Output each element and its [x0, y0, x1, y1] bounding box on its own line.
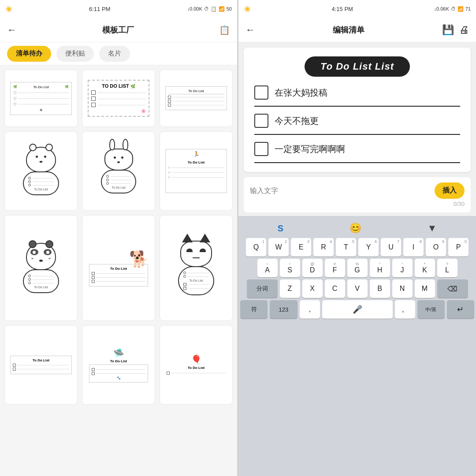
- keyboard-area: S 😊 ▼ 1Q 2W 3E 4R 5T 6Y 7U 8I 9O 0P ~A !…: [238, 216, 476, 476]
- key-d[interactable]: @D: [302, 259, 323, 277]
- key-m[interactable]: M: [415, 279, 435, 298]
- key-t[interactable]: 5T: [336, 238, 356, 257]
- tab-sticky[interactable]: 便利贴: [56, 46, 94, 62]
- key-w[interactable]: 2W: [268, 238, 289, 257]
- key-b[interactable]: B: [370, 279, 390, 298]
- template-card-10[interactable]: To Do List: [4, 325, 78, 405]
- preview-area: To Do List List 在张大妈投稿 今天不拖更 一定要写完啊啊啊: [244, 48, 471, 172]
- template-card-8[interactable]: 🐕 To Do List: [82, 215, 155, 321]
- back-button-right[interactable]: ←: [245, 24, 255, 36]
- template-icon: 📋: [219, 25, 230, 35]
- template-grid: 🌿 To Do List 🌿 ♡ ♡ ♡: [0, 65, 237, 476]
- sogou-icon[interactable]: S: [278, 223, 283, 234]
- key-fenci[interactable]: 分词: [247, 279, 278, 298]
- key-j[interactable]: "J: [392, 259, 413, 277]
- key-h[interactable]: "H: [370, 259, 390, 277]
- char-count: 0/30: [250, 201, 465, 207]
- key-fu[interactable]: 符: [240, 300, 268, 319]
- status-wifi-right: ☀️: [244, 6, 251, 12]
- keyboard-row-2: ~A !S @D #F %G "H "J *K ?L: [240, 259, 474, 277]
- page-title-left: 模板工厂: [102, 25, 134, 35]
- status-time-right: 4:15 PM: [332, 6, 353, 12]
- status-bar-right: ☀️ 4:15 PM ↓0.06K ⏱ 📶 71: [238, 0, 476, 18]
- keyboard-row-1: 1Q 2W 3E 4R 5T 6Y 7U 8I 9O 0P: [240, 238, 474, 257]
- template-card-7[interactable]: To Do List: [4, 215, 78, 321]
- template-card-6[interactable]: 🏃 To Do List ◇ ◇ ◇: [160, 131, 233, 211]
- checkbox-3[interactable]: [254, 142, 268, 156]
- key-zhongying[interactable]: 中/英: [417, 300, 445, 319]
- keyboard-toolbar: S 😊 ▼: [240, 219, 474, 238]
- template-card-3[interactable]: To Do List: [160, 70, 233, 127]
- left-panel: ☀️ 6:11 PM ↓0.00K ⏱ 📋 📶 50 ← 模板工厂 📋 清单待办…: [0, 0, 238, 476]
- key-o[interactable]: 9O: [426, 238, 446, 257]
- todo-text-2: 今天不拖更: [275, 115, 319, 127]
- template-card-2[interactable]: TO DO LIST 🌿 🌸: [82, 70, 155, 127]
- keyboard-down-icon[interactable]: ▼: [427, 223, 437, 234]
- input-area: 插入 0/30: [244, 177, 471, 212]
- insert-button[interactable]: 插入: [435, 182, 465, 199]
- nav-actions: 💾 🖨: [442, 24, 469, 36]
- key-e[interactable]: 3E: [291, 238, 311, 257]
- template-card-12[interactable]: 🎈 To Do List: [160, 325, 233, 405]
- template-card-1[interactable]: 🌿 To Do List 🌿 ♡ ♡ ♡: [4, 70, 78, 127]
- key-k[interactable]: *K: [415, 259, 435, 277]
- todo-text-1: 在张大妈投稿: [275, 87, 327, 99]
- emoji-icon[interactable]: 😊: [350, 223, 361, 234]
- back-button-left[interactable]: ←: [7, 24, 17, 36]
- checkbox-1[interactable]: [254, 86, 268, 100]
- key-z[interactable]: Z: [280, 279, 300, 298]
- key-r[interactable]: 4R: [313, 238, 334, 257]
- template-card-4[interactable]: To Do List: [4, 131, 78, 211]
- key-p[interactable]: 0P: [448, 238, 469, 257]
- keyboard-row-3: 分词 Z X C V B N M ⌫: [240, 279, 474, 298]
- key-c[interactable]: C: [325, 279, 345, 298]
- right-panel: ☀️ 4:15 PM ↓0.06K ⏱ 📶 71 ← 编辑清单 💾 🖨 To D…: [238, 0, 476, 476]
- key-enter[interactable]: ↵: [447, 300, 474, 319]
- template-card-5[interactable]: To Do List: [82, 131, 155, 211]
- key-a[interactable]: ~A: [257, 259, 278, 277]
- template-card-11[interactable]: 🛸 To Do List 🐾: [82, 325, 155, 405]
- top-nav-left: ← 模板工厂 📋: [0, 18, 237, 42]
- key-q[interactable]: 1Q: [246, 238, 266, 257]
- key-i[interactable]: 8I: [403, 238, 424, 257]
- status-wifi-icon: ☀️: [5, 6, 12, 12]
- status-icons-right: ↓0.06K ⏱ 📶 71: [434, 6, 471, 12]
- tab-checklist[interactable]: 清单待办: [7, 46, 51, 62]
- key-g[interactable]: %G: [347, 259, 368, 277]
- checkbox-2[interactable]: [254, 114, 268, 128]
- key-y[interactable]: 6Y: [358, 238, 379, 257]
- key-v[interactable]: V: [347, 279, 368, 298]
- key-u[interactable]: 7U: [381, 238, 401, 257]
- todo-text-3: 一定要写完啊啊啊: [275, 143, 345, 155]
- key-f[interactable]: #F: [325, 259, 345, 277]
- status-icons-left: ↓0.00K ⏱ 📋 📶 50: [187, 6, 232, 12]
- key-n[interactable]: N: [392, 279, 413, 298]
- top-nav-right: ← 编辑清单 💾 🖨: [238, 18, 476, 42]
- key-backspace[interactable]: ⌫: [437, 279, 468, 298]
- text-input[interactable]: [250, 187, 430, 195]
- template-card-9[interactable]: To Do List: [160, 215, 233, 321]
- key-l[interactable]: ?L: [437, 259, 457, 277]
- key-comma[interactable]: ，: [300, 300, 320, 319]
- tabs-bar: 清单待办 便利贴 名片: [0, 42, 237, 65]
- key-s[interactable]: !S: [280, 259, 300, 277]
- key-123[interactable]: 123: [270, 300, 297, 319]
- page-title-right: 编辑清单: [333, 25, 364, 35]
- print-icon[interactable]: 🖨: [459, 24, 469, 36]
- save-icon[interactable]: 💾: [442, 24, 454, 36]
- status-time-left: 6:11 PM: [89, 6, 110, 12]
- key-period[interactable]: 。: [395, 300, 415, 319]
- todo-title-badge: To Do List List: [305, 56, 410, 77]
- todo-item-1[interactable]: 在张大妈投稿: [254, 86, 460, 107]
- tab-card[interactable]: 名片: [99, 46, 130, 62]
- keyboard-row-4: 符 123 ， 🎤 。 中/英 ↵: [240, 300, 474, 319]
- key-x[interactable]: X: [302, 279, 323, 298]
- key-mic[interactable]: 🎤: [322, 300, 393, 319]
- status-bar-left: ☀️ 6:11 PM ↓0.00K ⏱ 📋 📶 50: [0, 0, 237, 18]
- todo-item-2[interactable]: 今天不拖更: [254, 114, 460, 135]
- todo-item-3[interactable]: 一定要写完啊啊啊: [254, 142, 460, 163]
